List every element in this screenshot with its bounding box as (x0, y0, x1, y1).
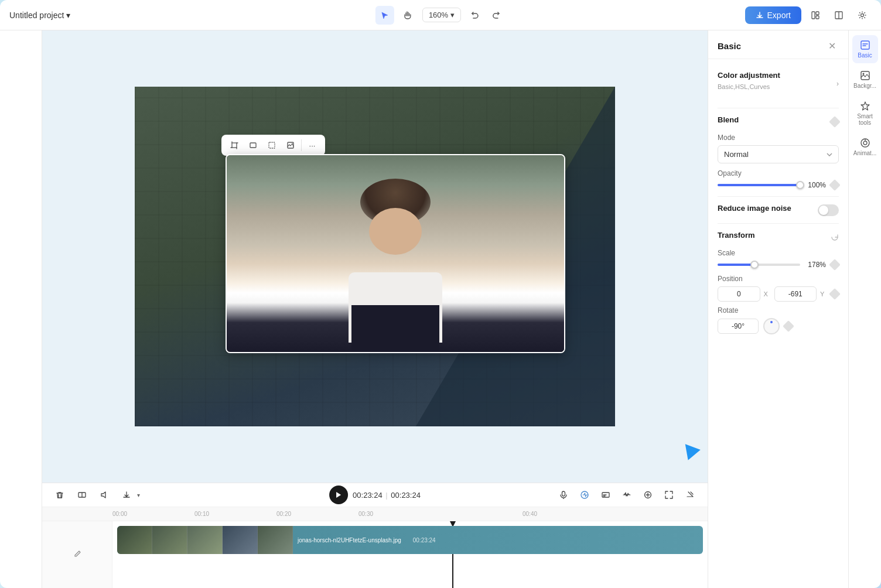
rotate-input[interactable] (718, 319, 759, 334)
reduce-noise-label: Reduce image noise (718, 204, 791, 213)
transform-reset-icon[interactable] (831, 233, 839, 241)
tab-smart-tools[interactable]: Smart tools (852, 96, 878, 131)
color-adj-subtitle: Basic,HSL,Curves (718, 83, 780, 90)
add-media-button[interactable] (640, 487, 656, 503)
playback-controls: 00:23:24 | 00:23:24 (329, 486, 421, 504)
rotate-knob-dot (770, 321, 773, 323)
edit-track-button[interactable] (70, 548, 84, 562)
rotate-reset-icon[interactable] (783, 320, 794, 332)
scale-slider-fill (718, 264, 754, 266)
topbar: Untitled project ▾ 160% ▾ Export (0, 0, 881, 30)
timeline-ruler: 00:00 00:10 00:20 00:30 00:40 (42, 507, 708, 521)
crop-button[interactable] (226, 137, 243, 153)
current-time: 00:23:24 | 00:23:24 (353, 491, 421, 500)
redo-button[interactable] (487, 6, 506, 25)
download-button[interactable] (118, 487, 135, 503)
animate-icon (860, 138, 870, 148)
zoom-control[interactable]: 160% ▾ (422, 8, 461, 22)
opacity-slider-track[interactable] (718, 184, 800, 186)
video-track[interactable]: jonas-horsch-nl2UHFtetzE-unsplash.jpg 00… (117, 526, 703, 554)
timeline-tracks: jonas-horsch-nl2UHFtetzE-unsplash.jpg 00… (42, 521, 708, 588)
tab-animate[interactable]: Animat... (852, 133, 878, 161)
opacity-slider-thumb[interactable] (796, 181, 804, 189)
scale-slider-row: 178% (718, 261, 839, 269)
reduce-noise-row: Reduce image noise (718, 204, 839, 216)
clip-image (227, 155, 564, 352)
reduce-noise-toggle[interactable] (818, 204, 839, 216)
scale-slider-thumb[interactable] (750, 261, 759, 269)
opacity-slider-row: 100% (718, 181, 839, 189)
rotate-row (718, 318, 839, 334)
undo-button[interactable] (466, 6, 484, 25)
timeline-right-controls (555, 487, 698, 503)
opacity-value: 100% (805, 181, 826, 189)
tracks-content: jonas-horsch-nl2UHFtetzE-unsplash.jpg 00… (112, 521, 708, 588)
video-canvas: ··· (135, 87, 615, 426)
blend-section: Blend Mode Normal Multiply Screen Overla… (718, 115, 839, 189)
divider-3 (718, 223, 839, 224)
blue-cursor-arrow (685, 442, 702, 460)
split-button[interactable] (74, 487, 90, 503)
export-button[interactable]: Export (745, 6, 801, 24)
transform-clip-button[interactable] (264, 137, 280, 153)
hand-tool-button[interactable] (399, 6, 418, 25)
svg-point-22 (863, 141, 867, 145)
right-panel: Basic ✕ Color adjustment Basic,HSL,Curve… (708, 30, 848, 588)
more-options-button[interactable]: ··· (304, 137, 320, 153)
panel-content: Color adjustment Basic,HSL,Curves › Blen… (708, 59, 848, 588)
ruler-mark-4: 00:40 (523, 511, 537, 517)
track-thumbnail-3 (187, 526, 223, 554)
image-options-button[interactable] (282, 137, 299, 153)
play-button[interactable] (329, 486, 348, 504)
rotate-knob[interactable] (763, 318, 780, 334)
panel-close-button[interactable]: ✕ (825, 39, 839, 53)
microphone-button[interactable] (555, 487, 572, 503)
color-adjustment-row[interactable]: Color adjustment Basic,HSL,Curves › (718, 66, 839, 101)
scale-reset-icon[interactable] (829, 259, 841, 271)
scale-slider-track[interactable] (718, 264, 800, 266)
settings-button[interactable] (853, 6, 872, 25)
ruler-mark-1: 00:10 (194, 511, 209, 517)
cursor-tool-button[interactable] (375, 6, 394, 25)
ruler-mark-2: 00:20 (276, 511, 291, 517)
split-view-button[interactable] (829, 6, 848, 25)
position-y-input[interactable] (774, 286, 817, 302)
fullscreen-button[interactable] (661, 487, 677, 503)
project-title[interactable]: Untitled project ▾ (9, 11, 70, 20)
tab-background[interactable]: Backgr... (852, 66, 878, 94)
svg-rect-2 (816, 16, 819, 19)
captions-button[interactable] (597, 487, 614, 503)
color-adj-chevron-icon: › (836, 80, 839, 88)
opacity-reset-icon[interactable] (829, 179, 841, 191)
dropdown-arrow-icon: ▾ (137, 492, 140, 498)
ruler-mark-0: 00:00 (112, 511, 127, 517)
canvas-container[interactable]: ··· (42, 30, 708, 483)
timeline-area: 00:00 00:10 00:20 00:30 00:40 (42, 507, 708, 588)
delete-clip-button[interactable] (52, 487, 68, 503)
transform-header: Transform (718, 231, 839, 243)
topbar-right-controls: Export (745, 6, 872, 25)
scale-label: Scale (718, 249, 839, 257)
svg-point-20 (862, 73, 864, 75)
basic-tab-label: Basic (858, 52, 872, 59)
aspect-ratio-button[interactable] (245, 137, 261, 153)
layout-button[interactable] (806, 6, 825, 25)
tab-basic[interactable]: Basic (852, 35, 878, 63)
selected-clip[interactable] (226, 154, 565, 353)
waveform-button[interactable] (619, 487, 635, 503)
toolbar-divider (301, 139, 302, 151)
trim-button[interactable] (682, 487, 698, 503)
position-x-input[interactable] (718, 286, 760, 302)
transform-title: Transform (718, 231, 755, 240)
audio-button[interactable] (96, 487, 112, 503)
timeline-controls: ▾ 00:23:24 | 00:23:24 (42, 483, 708, 507)
position-reset-icon[interactable] (829, 288, 841, 300)
svg-rect-12 (562, 491, 565, 496)
blend-mode-select[interactable]: Normal Multiply Screen Overlay Darken Li… (718, 145, 839, 163)
opacity-label: Opacity (718, 169, 839, 177)
basic-icon (860, 40, 870, 50)
mode-label: Mode (718, 134, 839, 142)
scale-value: 178% (805, 261, 826, 269)
blend-reset-icon[interactable] (829, 116, 841, 128)
ai-voice-button[interactable] (576, 487, 593, 503)
